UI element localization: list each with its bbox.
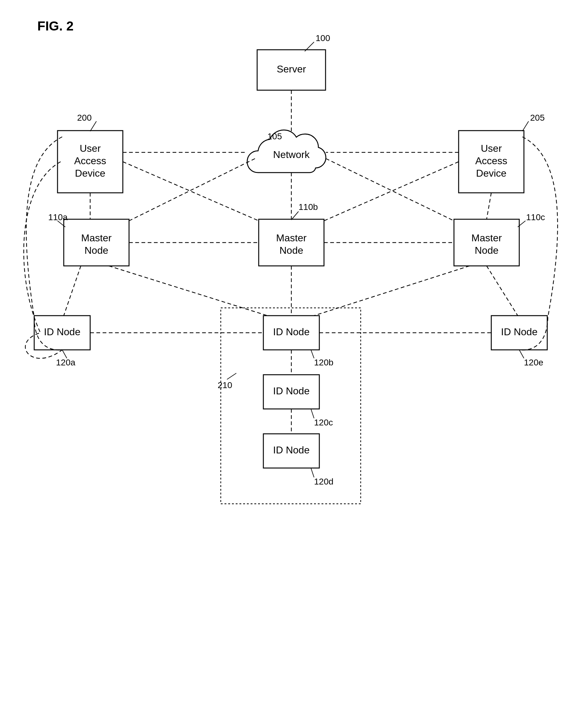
ref-120a: 120a [56,358,76,367]
svg-line-10 [311,409,314,418]
ref-110a: 110a [48,212,68,222]
uad-right-line2: Access [475,155,507,166]
network-to-master-right [326,159,454,221]
uad-left-line2: Access [74,155,106,166]
uad-right-to-master-right [486,193,491,219]
svg-line-6 [62,350,67,358]
svg-line-7 [311,350,314,358]
uad-left-line3: Device [75,167,105,179]
network-label: Network [273,149,310,160]
svg-line-4 [291,211,298,220]
master-center-line2: Node [280,245,303,256]
svg-line-2 [522,121,529,131]
ref-120b: 120b [314,358,333,367]
outer-arc-right-top [522,137,557,317]
master-right-line2: Node [475,245,499,256]
master-left-line1: Master [81,232,112,243]
ref-205: 205 [530,113,545,123]
uad-left-line1: User [80,143,101,154]
network-cloud: Network [247,130,326,173]
svg-line-1 [90,121,97,131]
diagram: Server 100 Network 105 User Access Devic… [0,0,583,728]
uad-right-to-master-center [324,162,459,221]
network-to-master-left [129,159,255,221]
ref-100: 100 [316,33,330,43]
ref-110c: 110c [526,212,545,222]
uad-right-line3: Device [476,167,506,179]
ref-105: 105 [267,132,282,141]
ref-110b: 110b [298,202,318,212]
id-right-label: ID Node [501,326,537,337]
master-left-to-id-left [64,266,81,316]
server-label: Server [277,63,306,75]
master-left-line2: Node [85,245,108,256]
id-left-label: ID Node [44,326,80,337]
master-right-to-id-right [486,266,518,316]
id-bottom2-label: ID Node [273,444,309,456]
svg-line-8 [519,350,524,358]
id-bottom1-label: ID Node [273,385,309,396]
ref-120d: 120d [314,477,333,486]
svg-line-11 [311,468,314,477]
outer-arc-left-top [26,137,62,317]
ref-120e: 120e [524,358,543,367]
master-center-line1: Master [276,232,307,243]
ref-200: 200 [77,113,92,123]
ref-120c: 120c [314,418,333,427]
svg-line-9 [227,373,236,380]
master-right-line1: Master [471,232,502,243]
ref-210: 210 [218,380,232,390]
uad-right-line1: User [481,143,502,154]
id-center-label: ID Node [273,326,309,337]
uad-left-to-master-center [123,162,259,221]
